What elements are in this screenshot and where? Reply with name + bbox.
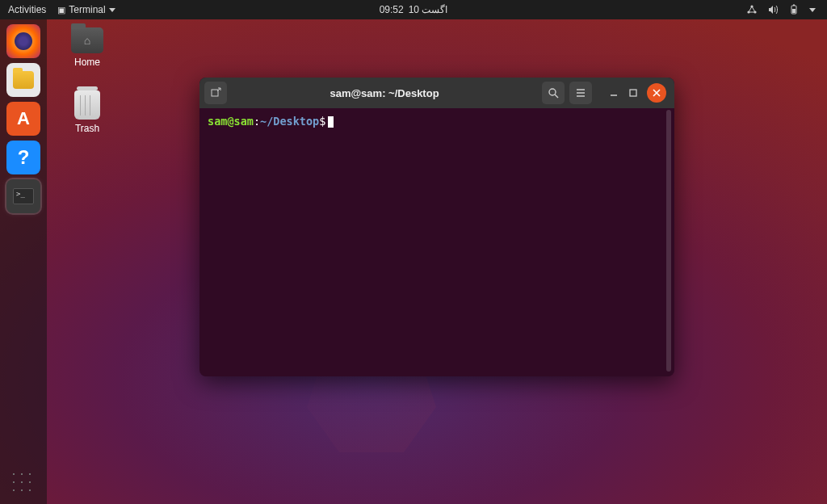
home-glyph-icon: ⌂ — [84, 34, 90, 47]
close-button[interactable] — [647, 83, 666, 103]
new-tab-button[interactable] — [204, 82, 227, 104]
trash-icon — [74, 90, 100, 120]
terminal-app-icon: ▣ — [57, 5, 65, 15]
volume-icon — [767, 4, 779, 15]
software-icon: A — [17, 108, 30, 129]
prompt-user-host: sam@sam — [208, 115, 254, 128]
minimize-icon — [609, 88, 619, 98]
folder-icon: ⌂ — [71, 27, 103, 53]
maximize-icon — [628, 88, 638, 98]
prompt-symbol: $ — [319, 115, 325, 128]
top-bar-left: Activities ▣ Terminal — [0, 4, 115, 15]
clock-time: 09:52 — [380, 4, 404, 15]
text-cursor — [328, 116, 334, 128]
svg-rect-6 — [212, 90, 218, 96]
new-tab-icon — [210, 87, 221, 99]
clock-date: اگست 10 — [409, 4, 448, 15]
prompt-colon: : — [254, 115, 260, 128]
terminal-titlebar[interactable]: sam@sam: ~/Desktop — [199, 78, 674, 108]
activities-button[interactable]: Activities — [8, 4, 46, 15]
firefox-icon — [15, 32, 32, 50]
chevron-down-icon — [109, 8, 115, 12]
network-icon — [746, 4, 758, 15]
dock-item-terminal[interactable] — [6, 179, 40, 213]
desktop-icon-trash[interactable]: Trash — [65, 90, 110, 134]
hamburger-menu-button[interactable] — [569, 82, 592, 104]
svg-point-7 — [549, 89, 556, 95]
dock-item-help[interactable]: ? — [6, 141, 40, 174]
search-button[interactable] — [542, 82, 565, 104]
terminal-scrollbar[interactable] — [666, 110, 671, 372]
terminal-body[interactable]: sam@sam:~/Desktop$ — [199, 108, 674, 136]
app-menu[interactable]: ▣ Terminal — [57, 4, 115, 15]
svg-rect-5 — [793, 5, 795, 6]
maximize-button[interactable] — [628, 87, 639, 99]
dock-item-files[interactable] — [6, 63, 40, 97]
top-bar: Activities ▣ Terminal اگست 10 09:52 — [0, 0, 827, 19]
hamburger-icon — [575, 87, 586, 99]
app-menu-label: Terminal — [69, 4, 105, 15]
help-icon: ? — [18, 146, 30, 169]
status-area[interactable] — [746, 4, 827, 15]
battery-icon — [788, 4, 800, 15]
window-controls — [608, 83, 666, 103]
dock-item-firefox[interactable] — [6, 24, 40, 58]
dock-item-software[interactable]: A — [6, 102, 40, 136]
files-icon — [13, 71, 34, 89]
window-title: sam@sam: ~/Desktop — [232, 87, 537, 99]
terminal-icon — [13, 188, 34, 204]
prompt-path: ~/Desktop — [260, 115, 319, 128]
dock: A ? — [0, 19, 47, 504]
chevron-down-icon — [809, 8, 816, 12]
search-icon — [548, 87, 559, 99]
close-icon — [653, 89, 661, 97]
clock[interactable]: اگست 10 09:52 — [380, 4, 448, 15]
desktop-icon-label: Home — [65, 57, 110, 68]
desktop-icon-label: Trash — [65, 123, 110, 134]
svg-rect-4 — [792, 9, 796, 13]
terminal-window: sam@sam: ~/Desktop sam@sam:~/Desktop$ — [199, 78, 674, 376]
desktop-icon-home[interactable]: ⌂ Home — [65, 27, 110, 68]
minimize-button[interactable] — [608, 87, 619, 99]
svg-rect-8 — [630, 90, 636, 96]
